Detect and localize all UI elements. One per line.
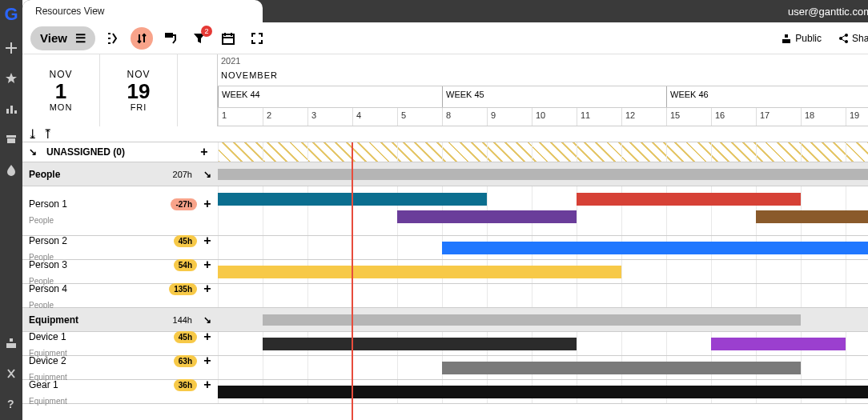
view-dropdown[interactable]: View ☰	[30, 26, 95, 50]
add-task-icon[interactable]: +	[200, 378, 215, 392]
add-task-icon[interactable]: +	[200, 234, 215, 248]
add-task-icon[interactable]: +	[197, 145, 211, 159]
view-label: View	[40, 31, 67, 45]
settings-icon[interactable]	[3, 366, 19, 382]
user-email: user@ganttic.com	[788, 6, 868, 18]
day-label[interactable]: 3	[307, 108, 352, 126]
day-label[interactable]: 17	[756, 108, 801, 126]
date-end[interactable]: NOV 19 FRI	[100, 54, 178, 126]
star-icon[interactable]	[3, 70, 19, 86]
day-label[interactable]: 8	[442, 108, 487, 126]
hours-pill: 36h	[174, 379, 197, 391]
paint-icon[interactable]	[159, 27, 182, 50]
filter-badge: 2	[201, 26, 212, 37]
filter-icon[interactable]: 2	[188, 27, 211, 50]
day-label[interactable]: 18	[801, 108, 846, 126]
collapse-all-icon[interactable]: ⤓	[27, 126, 38, 142]
drop-icon[interactable]	[3, 162, 19, 178]
task-bar[interactable]	[263, 314, 801, 326]
task-bar[interactable]	[263, 338, 577, 350]
tab-title: Resources View	[35, 6, 104, 17]
help-icon[interactable]: ?	[3, 396, 19, 412]
task-bar[interactable]	[442, 362, 801, 374]
start-weekday: MON	[50, 102, 73, 112]
svg-rect-11	[782, 39, 790, 43]
task-bar[interactable]	[218, 266, 621, 278]
reports-icon[interactable]	[3, 101, 19, 117]
add-task-icon[interactable]: +	[200, 197, 215, 211]
add-task-icon[interactable]: +	[200, 258, 215, 272]
group-hours: 144h	[173, 315, 192, 325]
task-bar[interactable]	[711, 338, 846, 350]
svg-text:?: ?	[7, 398, 14, 410]
svg-rect-8	[165, 33, 173, 38]
sort-icon[interactable]	[131, 27, 153, 50]
task-bar[interactable]	[218, 386, 868, 398]
task-bar[interactable]	[756, 210, 868, 223]
topbar: Resources View user@ganttic.com ▾	[22, 0, 868, 22]
task-bar[interactable]	[397, 210, 577, 223]
resources-rail-icon[interactable]	[3, 335, 19, 351]
svg-rect-10	[785, 34, 788, 38]
end-month: NOV	[127, 69, 150, 80]
end-day: 19	[127, 80, 151, 103]
user-menu[interactable]: user@ganttic.com ▾	[788, 6, 868, 18]
day-label[interactable]: 12	[621, 108, 666, 126]
menu-icon: ☰	[75, 31, 86, 46]
svg-rect-6	[6, 343, 16, 348]
resource-name: Person 2	[29, 235, 67, 246]
timeline-month: NOVEMBER	[218, 70, 868, 86]
start-month: NOV	[49, 69, 72, 80]
collapse-group-icon[interactable]: ↘	[203, 169, 211, 180]
end-weekday: FRI	[131, 102, 147, 112]
date-start[interactable]: NOV 1 MON	[22, 54, 100, 126]
hours-pill: 45h	[174, 235, 197, 247]
expand-all-icon[interactable]: ⤒	[42, 126, 53, 142]
task-bar[interactable]	[442, 242, 868, 254]
day-label[interactable]: 19	[846, 108, 868, 126]
add-task-icon[interactable]: +	[200, 282, 215, 296]
day-label[interactable]: 2	[263, 108, 307, 126]
day-label[interactable]: 4	[352, 108, 397, 126]
collapse-controls: ⤓ ⤒	[22, 126, 868, 142]
unassigned-label: UNASSIGNED (0)	[46, 146, 125, 158]
day-label[interactable]: 5	[397, 108, 442, 126]
day-label[interactable]: 15	[666, 108, 711, 126]
add-task-icon[interactable]: +	[200, 330, 215, 344]
group-name: People	[29, 169, 60, 180]
resource-name: Person 4	[29, 283, 67, 294]
resource-name: Person 1	[29, 198, 67, 210]
hours-pill: 63h	[174, 355, 197, 367]
task-bar[interactable]	[218, 169, 868, 180]
add-task-icon[interactable]: +	[200, 354, 215, 368]
resource-name: Person 3	[29, 259, 67, 270]
start-day: 1	[55, 80, 66, 103]
calendar-icon[interactable]	[217, 27, 239, 50]
view-tab[interactable]: Resources View	[22, 0, 263, 22]
week-label: WEEK 45	[442, 86, 666, 107]
indent-icon[interactable]	[102, 27, 124, 50]
collapse-group-icon[interactable]: ↘	[203, 314, 211, 326]
archive-icon[interactable]	[3, 131, 19, 147]
add-icon[interactable]	[3, 40, 19, 56]
hours-pill: -27h	[171, 198, 197, 210]
svg-rect-1	[10, 106, 13, 114]
public-button[interactable]: Public	[776, 31, 826, 46]
resource-group: Equipment	[29, 397, 67, 406]
day-label[interactable]: 16	[711, 108, 756, 126]
group-name: Equipment	[29, 314, 78, 326]
task-bar[interactable]	[218, 193, 487, 206]
fullscreen-icon[interactable]	[246, 27, 268, 50]
public-label: Public	[795, 33, 822, 44]
day-label[interactable]: 11	[577, 108, 621, 126]
share-button[interactable]: Share	[833, 31, 868, 46]
app-logo: G	[0, 3, 22, 26]
svg-rect-0	[6, 109, 9, 114]
day-label[interactable]: 9	[487, 108, 532, 126]
task-bar[interactable]	[577, 193, 801, 206]
expand-icon[interactable]: ↘	[29, 146, 37, 158]
day-label[interactable]: 1	[218, 108, 263, 126]
day-label[interactable]: 10	[532, 108, 577, 126]
hours-pill: 54h	[174, 259, 197, 271]
svg-rect-4	[7, 138, 15, 143]
